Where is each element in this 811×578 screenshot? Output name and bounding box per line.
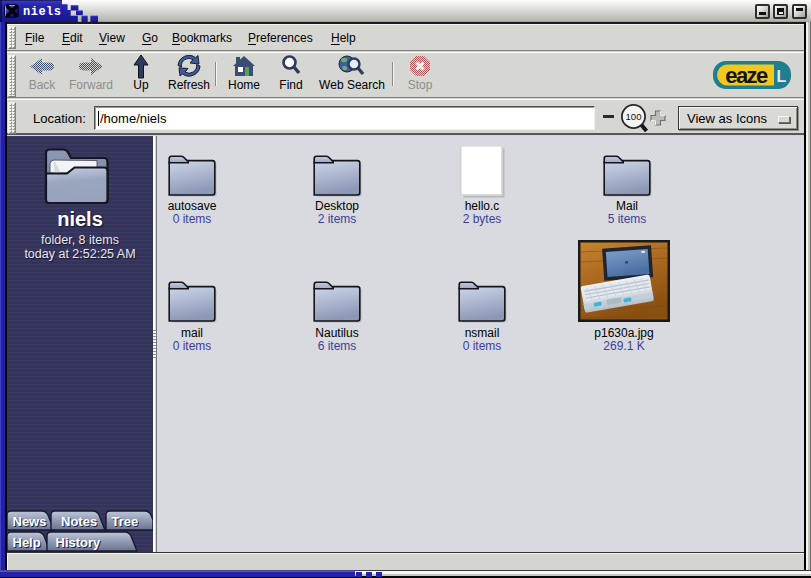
svg-text:Notes: Notes — [61, 514, 97, 529]
svg-text:Help: Help — [13, 535, 41, 550]
svg-text:100: 100 — [626, 111, 642, 122]
svg-text:Tree: Tree — [112, 514, 139, 529]
svg-text:L: L — [777, 68, 787, 85]
svg-text:eaze: eaze — [725, 63, 768, 88]
svg-text:News: News — [13, 514, 47, 529]
svg-text:History: History — [56, 535, 102, 550]
